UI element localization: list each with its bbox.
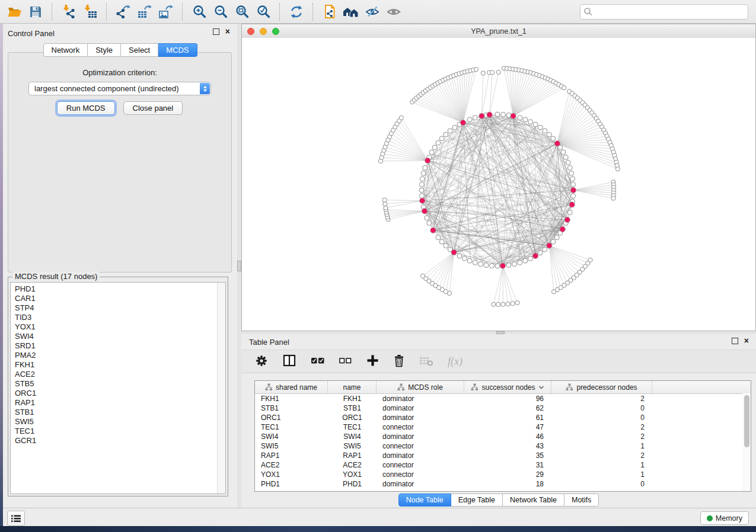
optimization-criterion-select[interactable]: largest connected component (undirected) [28,82,211,95]
mcds-result-item[interactable]: RAP1 [15,398,225,408]
control-panel: Control Panel × NetworkStyleSelectMCDS O… [3,24,237,508]
import-network-icon[interactable] [58,2,79,22]
tab-style[interactable]: Style [88,43,121,57]
application-window: Control Panel × NetworkStyleSelectMCDS O… [0,0,756,532]
search-icon [580,5,596,18]
search-input[interactable] [580,4,748,20]
column-header-name[interactable]: name [328,381,377,393]
hide-selected-eye-icon[interactable] [362,2,383,22]
table-row[interactable]: RAP1RAP1dominator352 [255,451,751,460]
table-row[interactable]: SWI5SWI5connector431 [255,441,751,451]
table-cell: RAP1 [255,451,328,460]
mcds-result-item[interactable]: ORC1 [15,389,225,398]
clone-network-icon[interactable] [319,2,340,22]
add-column-icon[interactable] [366,354,379,368]
mcds-result-item[interactable]: TID3 [15,313,225,322]
task-history-button[interactable] [7,511,25,526]
select-all-icon[interactable] [311,355,325,368]
mcds-result-item[interactable]: TEC1 [15,427,225,436]
export-table-icon[interactable] [134,2,155,22]
mcds-result-item[interactable]: FKH1 [15,360,225,370]
table-cell: 2 [551,394,652,403]
table-tab-motifs[interactable]: Motifs [564,493,599,507]
table-tab-node-table[interactable]: Node Table [398,493,451,507]
delete-column-icon[interactable] [393,354,405,369]
column-header-mcds-role[interactable]: MCDS role [377,381,464,393]
network-window-titlebar[interactable]: YPA_prune.txt_1 [242,24,755,39]
tab-select[interactable]: Select [121,43,158,57]
mcds-result-item[interactable]: STP4 [15,303,225,313]
table-row[interactable]: FKH1FKH1dominator962 [255,394,751,403]
table-cell: connector [377,460,464,470]
column-header-shared-name[interactable]: shared name [255,381,328,393]
mcds-result-item[interactable]: GCR1 [15,436,225,446]
open-session-icon[interactable] [4,2,25,22]
column-header-predecessor-nodes[interactable]: predecessor nodes [551,381,652,393]
table-row[interactable]: SWI4SWI4dominator462 [255,432,751,441]
float-panel-icon[interactable] [213,28,219,35]
function-builder-icon[interactable]: f(x) [448,355,462,368]
table-row[interactable]: ACE2ACE2connector311 [255,460,751,470]
mcds-result-item[interactable]: SWI5 [15,417,225,427]
unselect-all-icon[interactable] [339,355,352,368]
mcds-result-item[interactable]: PHD1 [15,284,225,294]
splitter-grip[interactable] [237,261,241,271]
mcds-result-item[interactable]: PMA2 [15,351,225,360]
table-scrollbar[interactable] [742,393,751,491]
column-label: shared name [276,383,317,392]
table-row[interactable]: YOX1YOX1connector291 [255,470,751,479]
gear-icon[interactable] [254,354,269,370]
main-toolbar [0,0,756,24]
mcds-result-item[interactable]: YOX1 [15,322,225,332]
mcds-result-item[interactable]: STB1 [15,408,225,417]
show-eye-icon[interactable] [383,2,404,22]
close-panel-icon[interactable]: × [225,29,230,34]
run-mcds-button[interactable]: Run MCDS [57,101,115,115]
table-row[interactable]: STB1STB1dominator620 [255,403,751,413]
table-cell: YOX1 [328,470,377,479]
table-cell: 29 [464,470,551,479]
close-panel-button[interactable]: Close panel [123,101,183,115]
table-row[interactable]: TEC1TEC1connector472 [255,422,751,432]
columns-icon[interactable] [283,354,296,369]
network-canvas[interactable] [242,38,755,331]
table-header-row: shared namenameMCDS rolesuccessor nodesp… [255,381,751,394]
list-scrollbar[interactable] [217,283,225,493]
table-tab-edge-table[interactable]: Edge Table [451,493,503,507]
table-cell: 35 [464,451,551,460]
mcds-result-item[interactable]: ACE2 [15,370,225,379]
zoom-in-icon[interactable] [189,2,210,22]
houses-icon[interactable] [340,2,362,22]
tab-network[interactable]: Network [43,43,88,57]
table-tab-network-table[interactable]: Network Table [503,493,564,507]
close-panel-icon[interactable]: × [744,338,749,344]
zoom-out-icon[interactable] [210,2,231,22]
export-image-icon[interactable] [155,2,177,22]
export-network-icon[interactable] [113,2,134,22]
table-cell: connector [377,422,464,432]
tab-mcds[interactable]: MCDS [158,43,197,57]
table-cell: SWI5 [328,441,377,451]
table-row[interactable]: ORC1ORC1dominator610 [255,413,751,422]
refresh-layout-icon[interactable] [286,2,307,22]
zoom-selected-icon[interactable] [253,2,274,22]
table-cell: FKH1 [328,394,377,403]
mcds-result-item[interactable]: SRD1 [15,341,225,351]
vertical-splitter[interactable] [237,24,241,508]
save-session-icon[interactable] [25,2,46,22]
float-panel-icon[interactable] [732,338,738,344]
scrollbar-thumb[interactable] [744,395,749,447]
search-field[interactable] [596,7,748,17]
zoom-fit-icon[interactable] [231,2,253,22]
delete-table-icon[interactable] [419,355,433,368]
status-bar: Memory [3,508,756,526]
mcds-result-item[interactable]: SWI4 [15,332,225,341]
memory-button[interactable]: Memory [700,511,749,525]
mcds-result-item[interactable]: CAR1 [15,294,225,303]
mcds-result-item[interactable]: STB5 [15,379,225,389]
column-header-successor-nodes[interactable]: successor nodes [464,381,551,393]
mcds-result-listbox[interactable]: PHD1CAR1STP4TID3YOX1SWI4SRD1PMA2FKH1ACE2… [10,282,226,494]
import-table-icon[interactable] [79,2,101,22]
table-row[interactable]: PHD1PHD1dominator180 [255,479,751,489]
table-cell: 31 [464,460,551,470]
